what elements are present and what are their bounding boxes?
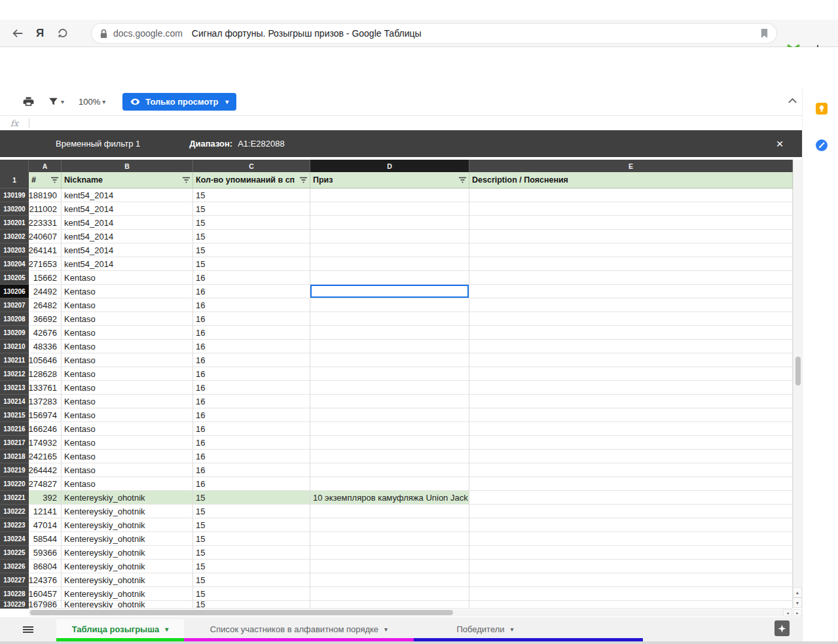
cell-A130202[interactable]: 240607 bbox=[29, 230, 62, 243]
cell-A130229[interactable]: 167986 bbox=[29, 601, 62, 609]
cell-B130211[interactable]: Kentaso bbox=[62, 353, 193, 367]
cell-E130211[interactable] bbox=[469, 353, 793, 367]
cell-D130223[interactable] bbox=[310, 518, 469, 532]
cell-C130202[interactable]: 15 bbox=[193, 230, 310, 243]
row-header-130227[interactable]: 130227 bbox=[0, 573, 29, 587]
row-header-130207[interactable]: 130207 bbox=[0, 298, 29, 312]
cell-C130217[interactable]: 16 bbox=[193, 436, 310, 450]
column-filter-icon[interactable] bbox=[182, 177, 191, 183]
horizontal-scroll-thumb[interactable] bbox=[30, 610, 453, 615]
cell-E130206[interactable] bbox=[469, 285, 793, 298]
zoom-control[interactable]: 100% ▾ bbox=[79, 97, 105, 107]
cell-B130208[interactable]: Kentaso bbox=[62, 312, 193, 326]
cell-B130216[interactable]: Kentaso bbox=[62, 422, 193, 436]
cell-D130217[interactable] bbox=[310, 436, 469, 450]
cell-B130212[interactable]: Kentaso bbox=[62, 367, 193, 381]
header-cell-E[interactable]: Description / Пояснения bbox=[469, 172, 793, 188]
cell-C130216[interactable]: 16 bbox=[193, 422, 310, 436]
google-tasks-icon[interactable] bbox=[816, 139, 828, 151]
cell-B130226[interactable]: Kentereyskiy_ohotnik bbox=[62, 560, 193, 573]
close-filter-icon[interactable]: × bbox=[772, 136, 788, 152]
row-header-130229[interactable]: 130229 bbox=[0, 601, 29, 609]
column-filter-icon[interactable] bbox=[299, 177, 308, 183]
cell-C130204[interactable]: 15 bbox=[193, 257, 310, 271]
yandex-browser-icon[interactable]: Я bbox=[29, 22, 51, 45]
sheet-tab-caret-icon[interactable]: ▾ bbox=[165, 626, 168, 633]
cell-C130225[interactable]: 15 bbox=[193, 546, 310, 560]
row-header-130224[interactable]: 130224 bbox=[0, 532, 29, 546]
row-header-130201[interactable]: 130201 bbox=[0, 216, 29, 230]
cell-E130214[interactable] bbox=[469, 395, 793, 408]
row-header-130216[interactable]: 130216 bbox=[0, 422, 29, 436]
row-header-130225[interactable]: 130225 bbox=[0, 546, 29, 560]
all-sheets-menu[interactable] bbox=[0, 625, 56, 634]
row-header-130218[interactable]: 130218 bbox=[0, 450, 29, 463]
cell-A130217[interactable]: 174932 bbox=[29, 436, 62, 450]
row-header-130202[interactable]: 130202 bbox=[0, 230, 29, 243]
cell-E130201[interactable] bbox=[469, 216, 793, 230]
cell-D130219[interactable] bbox=[310, 463, 469, 477]
cell-D130199[interactable] bbox=[310, 188, 469, 202]
cell-E130221[interactable] bbox=[469, 491, 793, 505]
cell-E130208[interactable] bbox=[469, 312, 793, 326]
scroll-up-icon[interactable]: ▲ bbox=[793, 587, 802, 598]
cell-D130206[interactable] bbox=[310, 285, 469, 298]
cell-A130221[interactable]: 392 bbox=[29, 491, 62, 505]
column-filter-icon[interactable] bbox=[458, 177, 467, 183]
cell-C130206[interactable]: 16 bbox=[193, 285, 310, 298]
cell-B130214[interactable]: Kentaso bbox=[62, 395, 193, 408]
cell-B130201[interactable]: kent54_2014 bbox=[62, 216, 193, 230]
row-header-130205[interactable]: 130205 bbox=[0, 271, 29, 285]
sheet-tab-caret-icon[interactable]: ▾ bbox=[511, 626, 514, 633]
cell-E130210[interactable] bbox=[469, 340, 793, 353]
cell-D130213[interactable] bbox=[310, 381, 469, 395]
cell-B130202[interactable]: kent54_2014 bbox=[62, 230, 193, 243]
refresh-icon[interactable] bbox=[51, 22, 73, 45]
row-header-130206[interactable]: 130206 bbox=[0, 285, 29, 298]
cell-C130212[interactable]: 16 bbox=[193, 367, 310, 381]
cell-D130228[interactable] bbox=[310, 587, 469, 601]
cell-E130205[interactable] bbox=[469, 271, 793, 285]
cell-A130209[interactable]: 42676 bbox=[29, 326, 62, 340]
cell-A130219[interactable]: 264442 bbox=[29, 463, 62, 477]
cell-A130212[interactable]: 128628 bbox=[29, 367, 62, 381]
cell-A130214[interactable]: 137283 bbox=[29, 395, 62, 408]
sheet-tab-3[interactable]: Победители▾ bbox=[414, 619, 556, 640]
cell-D130225[interactable] bbox=[310, 546, 469, 560]
column-header-B[interactable]: B bbox=[62, 160, 193, 172]
cell-D130224[interactable] bbox=[310, 532, 469, 546]
cell-E130228[interactable] bbox=[469, 587, 793, 601]
cell-C130200[interactable]: 15 bbox=[193, 202, 310, 216]
filter-view-name[interactable]: Временный фильтр 1 bbox=[56, 139, 140, 149]
cell-D130200[interactable] bbox=[310, 202, 469, 216]
row-header-130215[interactable]: 130215 bbox=[0, 408, 29, 422]
cell-A130213[interactable]: 133761 bbox=[29, 381, 62, 395]
print-icon[interactable] bbox=[18, 93, 39, 111]
column-header-E[interactable]: E bbox=[469, 160, 793, 172]
cell-C130214[interactable]: 16 bbox=[193, 395, 310, 408]
cell-B130224[interactable]: Kentereyskiy_ohotnik bbox=[62, 532, 193, 546]
cell-D130215[interactable] bbox=[310, 408, 469, 422]
cell-B130206[interactable]: Kentaso bbox=[62, 285, 193, 298]
row-header-130219[interactable]: 130219 bbox=[0, 463, 29, 477]
sheet-tab-caret-icon[interactable]: ▾ bbox=[384, 626, 388, 633]
sheet-tab-2[interactable]: Список участников в алфавитном порядке▾ bbox=[184, 619, 414, 640]
row-header-130204[interactable]: 130204 bbox=[0, 257, 29, 271]
cell-A130210[interactable]: 48336 bbox=[29, 340, 62, 353]
cell-E130203[interactable] bbox=[469, 243, 793, 257]
sheet-tab-1[interactable]: Таблица розыгрыша▾ bbox=[56, 619, 184, 640]
collapse-toolbar-icon[interactable] bbox=[788, 95, 797, 107]
cell-E130209[interactable] bbox=[469, 326, 793, 340]
cell-E130227[interactable] bbox=[469, 573, 793, 587]
column-header-A[interactable]: A bbox=[29, 160, 62, 172]
grid-corner[interactable] bbox=[0, 160, 29, 172]
cell-A130225[interactable]: 59366 bbox=[29, 546, 62, 560]
cell-B130200[interactable]: kent54_2014 bbox=[62, 202, 193, 216]
cell-A130205[interactable]: 15662 bbox=[29, 271, 62, 285]
cell-E130199[interactable] bbox=[469, 188, 793, 202]
row-header-130213[interactable]: 130213 bbox=[0, 381, 29, 395]
cell-C130210[interactable]: 16 bbox=[193, 340, 310, 353]
cell-E130217[interactable] bbox=[469, 436, 793, 450]
cell-B130220[interactable]: Kentaso bbox=[62, 477, 193, 491]
horizontal-scrollbar[interactable] bbox=[29, 609, 783, 617]
